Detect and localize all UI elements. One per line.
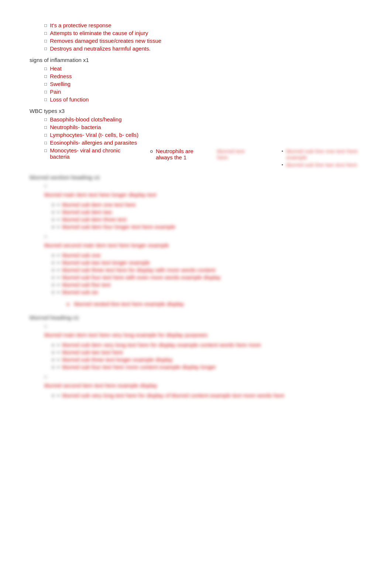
list-item: ▪blurred sub very long text here for dis… (52, 392, 285, 399)
list-item: blurred main item text here longer displ… (44, 183, 362, 231)
list-item: It's a protective response (44, 22, 362, 28)
intro-list: It's a protective response Attempts to e… (30, 22, 362, 52)
list-item: ▪blurred sub four text here with even mo… (52, 274, 221, 280)
list-item: ▪blurred sub two text here (52, 349, 261, 355)
list-item: blurred second item text here example di… (44, 373, 362, 400)
list-item: Monocytes- viral and chronic bacteria Ne… (44, 147, 362, 169)
blurred-nested: o blurred nested line text here example … (44, 301, 184, 307)
list-item: Eosinophils- allergies and parasites (44, 139, 362, 146)
blurred-text: blurred text here (217, 148, 250, 161)
list-item: ▪blurred sub item very long text here fo… (52, 342, 261, 348)
list-item: Redness (44, 73, 362, 79)
list-item: blurred sub line one text here example (282, 148, 362, 161)
blurred-section1-list: blurred main item text here longer displ… (30, 183, 362, 307)
list-item: ▪blurred sub item three text (52, 216, 175, 223)
list-item: Basophils-blood clots/healing (44, 116, 362, 123)
list-item: blurred main item text here very long ex… (44, 323, 362, 371)
wbc-sublist: Neutrophils are always the 1 blurred tex… (128, 148, 249, 162)
wbc-heading: WBC types x3 (30, 108, 362, 114)
blurred-section2-heading: blurred heading x1 (30, 314, 362, 321)
list-item: ▪blurred sub five text (52, 282, 221, 288)
list-item: ▪blurred sub item two (52, 209, 175, 215)
list-item: ▪blurred sub item one text here (52, 201, 175, 208)
signs-heading: signs of inflammation x1 (30, 57, 362, 63)
list-item: blurred sub line two text here (282, 162, 362, 168)
list-item: ▪blurred sub item four longer text here … (52, 224, 175, 230)
page-content: It's a protective response Attempts to e… (30, 22, 362, 400)
list-item: ▪blurred sub three text longer example d… (52, 356, 261, 363)
list-item: Loss of function (44, 96, 362, 103)
wbc-list: Basophils-blood clots/healing Neutrophil… (30, 116, 362, 169)
list-item: Neutrophils are always the 1 blurred tex… (150, 148, 249, 161)
list-item: Attempts to eliminate the cause of injur… (44, 30, 362, 36)
list-item: Destroys and neutralizes harmful agents. (44, 45, 362, 52)
list-item: blurred second main item text here longe… (44, 233, 362, 307)
list-item: Swelling (44, 81, 362, 87)
list-item: Heat (44, 65, 362, 72)
list-item: ▪blurred sub three text here for display… (52, 267, 221, 273)
blurred-text: blurred sub line one text here example (286, 148, 362, 161)
list-item: ▪blurred sub six (52, 289, 221, 295)
blurred-text: blurred sub line two text here (286, 162, 357, 168)
list-item: Lymphocytes- Viral (t- cells, b- cells) (44, 132, 362, 138)
blurred-section2-list: blurred main item text here very long ex… (30, 323, 362, 400)
signs-list: Heat Redness Swelling Pain Loss of funct… (30, 65, 362, 103)
list-item: ▪blurred sub one (52, 252, 221, 258)
blurred-section1-heading: blurred section heading x1 (30, 174, 362, 180)
list-item: Pain (44, 89, 362, 95)
list-item: Neutrophils- bacteria (44, 124, 362, 130)
wbc-subsublist: blurred sub line one text here example b… (252, 148, 362, 169)
list-item: Removes damaged tissue/creates new tissu… (44, 38, 362, 44)
list-item: ▪blurred sub four text here more content… (52, 364, 261, 370)
list-item: ▪blurred sub two text longer example (52, 259, 221, 266)
